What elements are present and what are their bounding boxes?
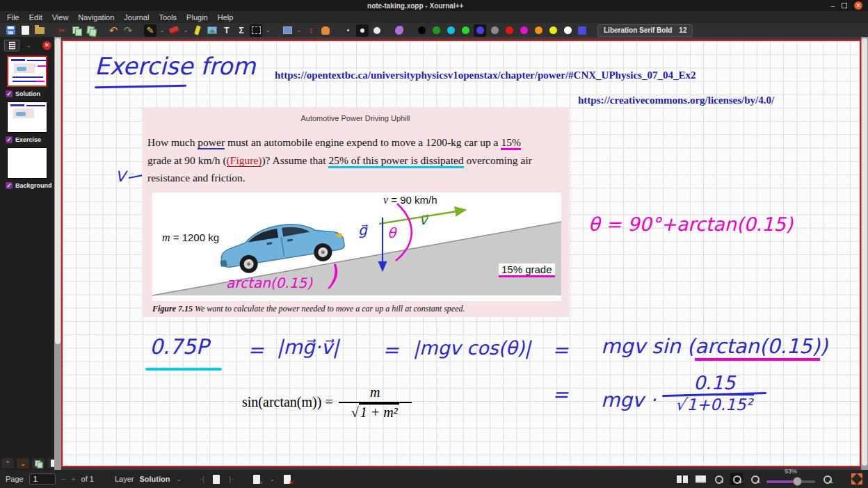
layer-row-background[interactable]: ✓ Background: [0, 181, 54, 190]
problem-text: How much power must an automobile engine…: [147, 133, 565, 187]
delete-page-button[interactable]: ✕: [281, 473, 294, 485]
handwritten-fraction: 0.15 √1+0.15²: [662, 372, 766, 414]
layer-thumbnail-background[interactable]: [7, 147, 47, 179]
maximize-button[interactable]: [842, 3, 847, 8]
layer-preview-mode-button[interactable]: [4, 40, 19, 51]
menu-edit[interactable]: Edit: [29, 13, 42, 22]
add-page-button[interactable]: +: [250, 473, 263, 485]
document-page[interactable]: Exercise from https://opentextbc.ca/univ…: [61, 40, 861, 467]
layer-indicator-button[interactable]: [210, 473, 223, 485]
layer-select[interactable]: Solution: [139, 475, 170, 483]
hand-tool-button[interactable]: [319, 24, 332, 37]
layer-select-chevron-icon[interactable]: ⌄: [175, 476, 182, 482]
fill-tool-button[interactable]: [393, 24, 405, 37]
font-button[interactable]: Liberation Serif Bold 12: [597, 24, 693, 37]
color-black-button[interactable]: [415, 24, 428, 37]
line-width-fine-button[interactable]: [341, 24, 354, 37]
layer-thumbnail-exercise[interactable]: [7, 101, 47, 133]
main-area: ⌄ ✕ ✓ Solution: [0, 37, 868, 470]
color-gray-button[interactable]: [488, 24, 501, 37]
layer-row-solution[interactable]: ✓ Solution: [0, 89, 54, 99]
line-width-medium-button[interactable]: [356, 24, 369, 37]
next-layer-button[interactable]: ⟩·: [228, 475, 234, 484]
previous-layer-button[interactable]: ·⟨: [199, 475, 204, 484]
zoom-100-button[interactable]: ✓: [730, 473, 743, 485]
paired-pages-button[interactable]: [676, 473, 689, 485]
color-lightgreen-button[interactable]: [459, 24, 472, 37]
color-blue-button[interactable]: [474, 24, 486, 37]
layer-row-exercise[interactable]: ✓ Exercise: [0, 135, 54, 145]
line-width-thick-button[interactable]: [371, 24, 383, 37]
layer-checkbox-exercise[interactable]: ✓: [6, 136, 13, 143]
figure-link[interactable]: (Figure): [227, 154, 262, 167]
move-layer-up-button[interactable]: ⌃: [1, 458, 14, 469]
color-magenta-button[interactable]: [517, 24, 530, 37]
text-tool-button[interactable]: T: [220, 24, 233, 37]
image-tool-button[interactable]: [206, 24, 218, 37]
menu-navigation[interactable]: Navigation: [78, 13, 114, 22]
add-page-chevron-icon[interactable]: ⌄: [268, 476, 275, 482]
eraser-options-chevron-icon[interactable]: ⌄: [182, 27, 189, 33]
menubar: File Edit View Navigation Journal Tools …: [0, 11, 868, 23]
save-button[interactable]: [4, 24, 17, 37]
color-orange-button[interactable]: [532, 24, 545, 37]
color-cyan-button[interactable]: [444, 24, 457, 37]
fullscreen-button[interactable]: [851, 473, 862, 485]
sidebar-chevron-icon[interactable]: ⌄: [25, 42, 32, 49]
page-number-input[interactable]: [29, 473, 56, 485]
fraction-denominator: √1+0.15²: [675, 396, 754, 414]
eraser-tool-button[interactable]: [168, 24, 180, 37]
zoom-slider-knob[interactable]: [793, 477, 802, 486]
menu-view[interactable]: View: [52, 13, 69, 22]
zoom-in-button[interactable]: +: [821, 473, 833, 485]
page-decrement-button[interactable]: −: [61, 475, 65, 483]
menu-file[interactable]: File: [7, 13, 19, 22]
cut-button[interactable]: ✂: [56, 24, 68, 37]
canvas-vertical-scrollbar[interactable]: [54, 37, 61, 470]
paste-button[interactable]: [85, 24, 97, 37]
presentation-mode-button[interactable]: [694, 473, 707, 485]
undo-button[interactable]: ↶: [107, 24, 120, 37]
color-yellow-button[interactable]: [547, 24, 559, 37]
pen-options-chevron-icon[interactable]: ⌄: [159, 27, 166, 33]
vertical-space-tool-button[interactable]: ↕: [305, 24, 317, 37]
canvas-vertical-scrollbar-right[interactable]: [861, 37, 868, 470]
scrollbar-handle[interactable]: [862, 38, 867, 466]
layer-checkbox-solution[interactable]: ✓: [6, 90, 13, 97]
layer-checkbox-background[interactable]: ✓: [6, 182, 13, 189]
sidebar-close-button[interactable]: ✕: [42, 41, 51, 50]
menu-tools[interactable]: Tools: [159, 13, 177, 22]
color-red-button[interactable]: [503, 24, 515, 37]
color-white-button[interactable]: [561, 24, 574, 37]
two-page-icon: [683, 475, 688, 483]
shape-tool-button[interactable]: [281, 24, 294, 37]
zoom-out-button[interactable]: −: [748, 473, 761, 485]
color-green-button[interactable]: [430, 24, 442, 37]
copy-button[interactable]: [70, 24, 83, 37]
select-tool-button[interactable]: [250, 24, 262, 37]
zoom-fit-button[interactable]: [712, 473, 725, 485]
equals-sign: =: [248, 339, 264, 361]
menu-help[interactable]: Help: [218, 13, 234, 22]
color-swatch-icon: [462, 26, 469, 34]
hill-car-illustration: [152, 193, 561, 301]
minimize-button[interactable]: –: [830, 2, 835, 10]
pen-tool-button[interactable]: ✎: [144, 24, 156, 37]
shape-options-chevron-icon[interactable]: ⌄: [296, 27, 303, 33]
new-document-button[interactable]: [19, 24, 31, 37]
scrollbar-handle[interactable]: [55, 38, 61, 344]
redo-button[interactable]: ↷: [122, 24, 134, 37]
math-tex-tool-button[interactable]: Σ: [235, 24, 248, 37]
copy-layer-button[interactable]: [32, 458, 45, 469]
select-options-chevron-icon[interactable]: ⌄: [264, 27, 271, 33]
layer-thumbnail-solution[interactable]: [7, 56, 47, 87]
close-button[interactable]: ✕: [854, 1, 862, 10]
highlighter-tool-button[interactable]: [191, 24, 204, 37]
open-button[interactable]: [33, 24, 46, 37]
zoom-slider[interactable]: 93%: [766, 473, 815, 485]
color-picker-button[interactable]: [576, 24, 588, 37]
menu-journal[interactable]: Journal: [124, 13, 149, 22]
page-increment-button[interactable]: +: [71, 475, 75, 483]
menu-plugin[interactable]: Plugin: [186, 13, 208, 22]
move-layer-down-button[interactable]: ⌄: [17, 458, 29, 469]
